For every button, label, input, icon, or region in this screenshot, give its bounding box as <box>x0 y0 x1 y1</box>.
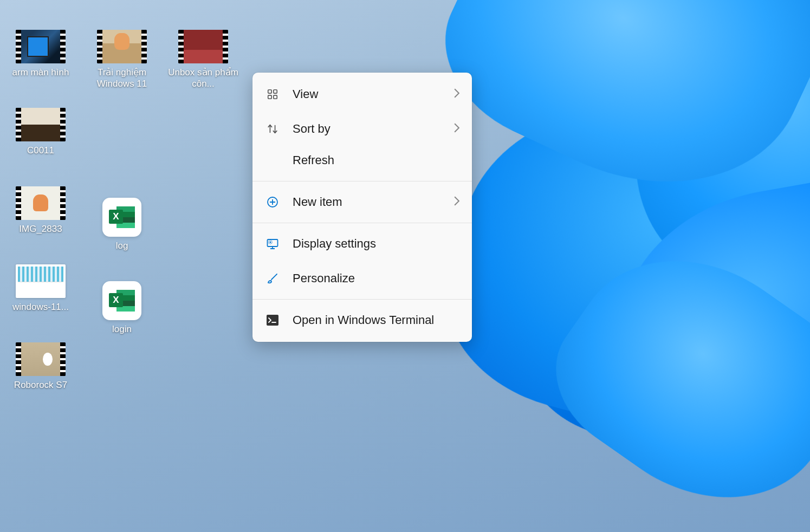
desktop-icon-video-roborock-s7[interactable]: Roborock S7 <box>5 342 76 391</box>
desktop-icon-excel-login[interactable]: X login <box>87 281 157 335</box>
desktop-context-menu: View Sort by Refresh New item <box>252 73 472 342</box>
svg-rect-2 <box>268 95 271 99</box>
desktop-icon-image-windows11[interactable]: windows-11... <box>5 264 76 313</box>
menu-item-new-item[interactable]: New item <box>252 185 472 219</box>
chevron-right-icon <box>453 88 460 101</box>
menu-item-label: Refresh <box>293 153 460 167</box>
menu-item-sort-by[interactable]: Sort by <box>252 112 472 146</box>
desktop-icon-video-arm-man-hinh[interactable]: arm màn hình <box>5 30 76 78</box>
video-thumbnail-icon <box>97 30 147 63</box>
svg-rect-5 <box>268 239 278 246</box>
desktop-icon-label: arm màn hình <box>12 67 69 78</box>
desktop-icon-label: C0011 <box>27 145 54 156</box>
desktop-icon-label: Trải nghiệm Windows 11 <box>87 67 157 90</box>
video-thumbnail-icon <box>16 342 66 376</box>
desktop-icon-label: Unbox sản phẩm côn... <box>168 67 238 90</box>
terminal-icon <box>264 312 281 328</box>
menu-item-label: Personalize <box>293 271 460 286</box>
desktop-icon-video-unbox-san-pham[interactable]: Unbox sản phẩm côn... <box>168 30 238 90</box>
desktop-icon-label: Roborock S7 <box>14 379 67 391</box>
svg-point-6 <box>269 241 271 243</box>
desktop-icon-video-c0011[interactable]: C0011 <box>5 108 76 156</box>
plus-circle-icon <box>264 194 281 210</box>
menu-item-refresh[interactable]: Refresh <box>252 146 472 178</box>
excel-file-icon: X <box>102 281 141 320</box>
menu-separator <box>252 299 472 300</box>
desktop-icon-label: windows-11... <box>12 301 69 313</box>
video-thumbnail-icon <box>16 30 66 63</box>
video-thumbnail-icon <box>16 186 66 220</box>
desktop-icon-label: login <box>112 323 132 335</box>
sort-icon <box>264 121 281 137</box>
menu-separator <box>252 223 472 223</box>
video-thumbnail-icon <box>16 108 66 141</box>
menu-separator <box>252 181 472 181</box>
display-settings-icon <box>264 236 281 252</box>
excel-file-icon: X <box>102 198 141 237</box>
desktop-icon-excel-log[interactable]: X log <box>87 198 157 251</box>
svg-rect-1 <box>274 90 277 93</box>
desktop-icon-video-img2833[interactable]: IMG_2833 <box>5 186 76 235</box>
svg-rect-0 <box>268 90 271 93</box>
menu-item-label: Sort by <box>293 122 453 136</box>
menu-item-label: Open in Windows Terminal <box>293 313 460 327</box>
desktop-icon-label: log <box>116 240 128 251</box>
chevron-right-icon <box>453 196 460 209</box>
menu-item-label: Display settings <box>293 237 460 251</box>
svg-rect-7 <box>267 315 278 326</box>
desktop-icons-area: arm màn hình C0011 IMG_2833 windows-11..… <box>0 30 238 391</box>
image-thumbnail-icon <box>16 264 66 298</box>
menu-item-view[interactable]: View <box>252 77 472 112</box>
desktop-icon-label: IMG_2833 <box>19 223 62 235</box>
menu-item-open-terminal[interactable]: Open in Windows Terminal <box>252 303 472 338</box>
menu-item-personalize[interactable]: Personalize <box>252 261 472 296</box>
paintbrush-icon <box>264 270 281 287</box>
grid-view-icon <box>264 86 281 102</box>
chevron-right-icon <box>453 123 460 135</box>
svg-rect-3 <box>274 95 277 99</box>
menu-item-label: View <box>293 87 453 101</box>
video-thumbnail-icon <box>178 30 228 63</box>
desktop-icon-video-trai-nghiem-windows11[interactable]: Trải nghiệm Windows 11 <box>87 30 157 90</box>
menu-item-label: New item <box>293 195 453 209</box>
menu-item-display-settings[interactable]: Display settings <box>252 226 472 261</box>
